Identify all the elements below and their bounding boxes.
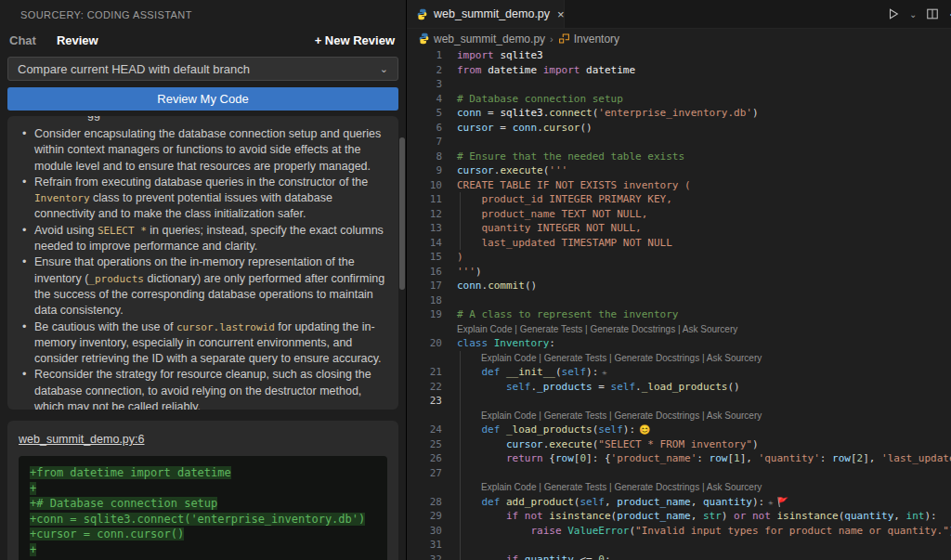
code-token: self <box>598 423 623 436</box>
code-line[interactable]: 24 def _load_products(self):😊 <box>407 423 951 437</box>
code-line[interactable]: 30 raise ValueError("Invalid input types… <box>407 524 951 539</box>
code-token: sqlite3 <box>500 49 542 61</box>
codelens-link[interactable]: Ask Sourcery <box>707 410 762 421</box>
run-dropdown-chevron-icon[interactable]: ⌄ <box>909 9 917 20</box>
suggestion-item: Reconsider the strategy for resource cle… <box>20 367 385 410</box>
code-line[interactable]: 8# Ensure that the needed table exists <box>407 150 951 164</box>
code-token: sqlite3 <box>500 107 542 119</box>
code-token: cursor <box>457 164 494 176</box>
code-text: CREATE TABLE IF NOT EXISTS inventory ( <box>448 179 951 191</box>
code-line[interactable]: 16''') <box>407 265 951 280</box>
tab-chat[interactable]: Chat <box>9 33 36 47</box>
line-number: 19 <box>407 308 448 320</box>
code-line[interactable]: 6cursor = conn.cursor() <box>407 121 951 136</box>
code-text: ''') <box>448 266 951 278</box>
code-text: conn.commit() <box>448 280 951 292</box>
branch-compare-select[interactable]: Compare current HEAD with default branch… <box>7 57 398 81</box>
code-text: from datetime import datetime <box>448 64 951 76</box>
code-line[interactable]: 12 product_name TEXT NOT NULL, <box>407 207 951 222</box>
new-review-button[interactable]: + New Review <box>315 33 395 47</box>
code-token <box>500 366 506 378</box>
code-line[interactable]: 21 def __init__(self):✳ <box>407 365 951 380</box>
close-icon[interactable]: × <box>557 7 565 21</box>
line-number: 20 <box>407 337 448 349</box>
code-token: product_id INTEGER PRIMARY KEY, <box>457 193 672 205</box>
class-symbol-icon <box>558 33 570 45</box>
file-location-link[interactable]: web_summit_demo.py:6 <box>19 433 144 446</box>
line-number: 5 <box>407 107 448 119</box>
line-number: 29 <box>407 510 448 522</box>
codelens-link[interactable]: Generate Docstrings <box>614 482 699 492</box>
code-line[interactable]: 32 if quantity <= 0: <box>407 553 951 560</box>
code-line[interactable]: 5conn = sqlite3.connect('enterprise_inve… <box>407 106 951 121</box>
tab-review[interactable]: Review <box>57 33 98 47</box>
code-line[interactable]: 1import sqlite3 <box>407 48 951 63</box>
code-line[interactable]: 15) <box>407 250 951 265</box>
code-line[interactable]: 25 cursor.execute("SELECT * FROM invento… <box>407 437 951 452</box>
code-line[interactable]: 11 product_id INTEGER PRIMARY KEY, <box>407 192 951 207</box>
code-token: # A class to represent the inventory <box>457 308 678 320</box>
code-line[interactable]: 28 def add_product(self, product_name, q… <box>407 495 951 510</box>
code-line[interactable]: 27 <box>407 466 951 481</box>
run-icon[interactable] <box>887 7 900 20</box>
breadcrumb-file[interactable]: web_summit_demo.py <box>418 33 545 46</box>
codelens-link[interactable]: Generate Docstrings <box>614 353 699 363</box>
code-line[interactable]: 26 return {row[0]: {'product_name': row[… <box>407 451 951 466</box>
code-token: ): <box>924 510 936 522</box>
code-line[interactable]: 9cursor.execute(''' <box>407 163 951 178</box>
codelens-link[interactable]: Generate Docstrings <box>590 324 675 334</box>
codelens-link[interactable]: Explain Code <box>481 410 536 421</box>
codelens-link[interactable]: Generate Docstrings <box>614 410 699 421</box>
line-number: 17 <box>407 280 448 292</box>
code-line[interactable]: 29 if not isinstance(product_name, str) … <box>407 509 951 524</box>
codelens-link[interactable]: Explain Code <box>481 482 536 492</box>
codelens-link[interactable]: Generate Tests <box>520 324 583 334</box>
codelens-link[interactable]: Ask Sourcery <box>707 353 762 363</box>
breadcrumb-separator: › <box>550 33 554 45</box>
code-token <box>518 510 525 522</box>
code-line[interactable]: 10CREATE TABLE IF NOT EXISTS inventory ( <box>407 178 951 193</box>
codelens-link[interactable]: Explain Code <box>481 353 536 363</box>
code-text: product_id INTEGER PRIMARY KEY, <box>448 193 951 205</box>
code-token: import <box>543 64 580 76</box>
code-line[interactable]: 23 <box>407 394 951 409</box>
line-number: 22 <box>407 381 448 393</box>
codelens-link[interactable]: Generate Tests <box>544 482 607 492</box>
codelens-separator: | <box>536 482 543 492</box>
code-line[interactable]: 7 <box>407 135 951 150</box>
code-line[interactable]: 19# A class to represent the inventory <box>407 307 951 322</box>
breadcrumb-symbol[interactable]: Inventory <box>558 33 619 46</box>
review-my-code-button[interactable]: Review My Code <box>7 87 398 111</box>
code-token: [ <box>851 452 857 464</box>
split-editor-icon[interactable] <box>926 7 939 20</box>
code-text: if quantity <= 0: <box>448 553 951 560</box>
code-line[interactable]: 14 last_updated TIMESTAMP NOT NULL <box>407 236 951 251</box>
code-token: import <box>457 49 494 61</box>
code-token: isinstance <box>776 510 838 522</box>
codelens-link[interactable]: Generate Tests <box>544 410 607 421</box>
code-text: cursor.execute("SELECT * FROM inventory"… <box>448 438 951 450</box>
app-window: SOURCERY: CODING ASSISTANT Chat Review +… <box>0 0 951 560</box>
code-line[interactable]: 18 <box>407 293 951 308</box>
code-line[interactable]: 22 self._products = self._load_products(… <box>407 380 951 395</box>
code-line[interactable]: 3 <box>407 77 951 92</box>
codelens-link[interactable]: Ask Sourcery <box>707 482 762 492</box>
codelens-link[interactable]: Explain Code <box>457 324 512 334</box>
code-text: # Ensure that the needed table exists <box>448 150 951 163</box>
codelens-link[interactable]: Ask Sourcery <box>683 324 737 334</box>
indent-guide <box>460 207 461 222</box>
code-line[interactable]: 17conn.commit() <box>407 279 951 293</box>
code-text: cursor.execute(''' <box>448 164 951 176</box>
code-line[interactable]: 20class Inventory: <box>407 336 951 351</box>
codelens-link[interactable]: Generate Tests <box>544 353 607 363</box>
code-line[interactable]: 13 quantity INTEGER NOT NULL, <box>407 221 951 236</box>
panel-scrollbar[interactable] <box>399 137 405 290</box>
code-line[interactable]: 4# Database connection setup <box>407 92 951 107</box>
code-line[interactable]: 2from datetime import datetime <box>407 63 951 78</box>
code-token: execute <box>549 438 592 450</box>
code-token: commit <box>488 280 525 292</box>
code-line[interactable]: 31 <box>407 538 951 553</box>
code-area[interactable]: 1import sqlite32from datetime import dat… <box>407 48 951 560</box>
editor-tab[interactable]: web_summit_demo.py × <box>407 0 565 28</box>
code-token: = <box>482 107 501 119</box>
